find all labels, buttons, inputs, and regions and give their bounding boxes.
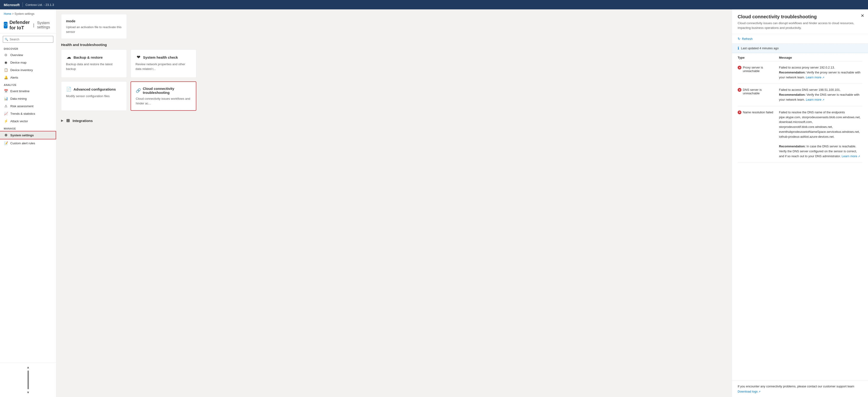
page-title-area: 🛡 Defender for IoT | System settings (0, 19, 56, 34)
breadcrumb-sep: > (12, 12, 14, 15)
sidebar-item-label-data-mining: Data mining (10, 97, 27, 100)
card-backup-restore[interactable]: ☁ Backup & restore Backup data and resto… (61, 49, 127, 78)
integrations-section: ▶ ⊞ Integrations (61, 115, 727, 126)
brand-name: Microsoft (4, 3, 20, 7)
cards-grid: ☁ Backup & restore Backup data and resto… (61, 49, 727, 111)
table-header: Type Message (738, 53, 862, 62)
data-mining-icon: 📊 (4, 96, 8, 101)
card-title-backup-restore: ☁ Backup & restore (66, 55, 122, 60)
table-row: ✕ DNS server is unreachable Failed to ac… (738, 84, 862, 106)
right-panel: Cloud connectivity troubleshooting Cloud… (732, 9, 868, 397)
panel-footer: If you encounter any connectivity proble… (732, 381, 868, 397)
sidebar-item-custom-alert-rules[interactable]: 📝 Custom alert rules (0, 139, 56, 147)
alerts-icon: 🔔 (4, 75, 8, 79)
topbar-divider (23, 2, 23, 7)
cloud-connectivity-icon: 🔗 (136, 88, 141, 93)
sidebar-header: Home > System settings (0, 9, 56, 19)
sidebar-item-system-settings[interactable]: ⚙ System settings (0, 131, 56, 139)
card-desc-backup-restore: Backup data and restore the latest backu… (66, 62, 122, 71)
table-row: ✕ Proxy server is unreachable Failed to … (738, 62, 862, 84)
table-row: ✕ Name resolution failed Failed to resol… (738, 106, 862, 163)
org-name: Contoso Ltd. - 23.1.3 (26, 3, 54, 7)
card-system-health[interactable]: ❤ System health check Review network pro… (131, 49, 196, 78)
recommendation-bold-dns: Recommendation: (779, 93, 806, 96)
sidebar-item-alerts[interactable]: 🔔 Alerts (0, 74, 56, 81)
download-logs-link[interactable]: Download logs (738, 390, 761, 393)
integrations-label: Integrations (72, 119, 93, 123)
search-input[interactable] (3, 36, 53, 43)
message-cell-proxy: Failed to access proxy server 192.0.2.13… (779, 65, 862, 80)
device-map-icon: ◉ (4, 60, 8, 65)
card-desc-cloud-connectivity: Cloud connectivity issues workflows and … (136, 96, 191, 106)
integrations-header[interactable]: ▶ ⊞ Integrations (61, 115, 727, 126)
sidebar-item-overview[interactable]: ⊙ Overview (0, 51, 56, 59)
breadcrumb: Home > System settings (4, 12, 52, 15)
card-advanced-configurations[interactable]: 📄 Advanced configurations Modify sensor … (61, 81, 127, 111)
footer-text: If you encounter any connectivity proble… (738, 385, 862, 388)
sidebar-item-event-timeline[interactable]: 📅 Event timeline (0, 87, 56, 95)
col-header-type: Type (738, 56, 775, 59)
search-box[interactable]: 🔍 (3, 36, 53, 43)
sidebar: Home > System settings 🛡 Defender for Io… (0, 9, 56, 397)
page-subtitle: System settings (37, 21, 52, 29)
panel-title: Cloud connectivity troubleshooting (738, 14, 862, 20)
sidebar-item-label-device-inventory: Device inventory (10, 68, 33, 72)
learn-more-name-resolution[interactable]: Learn more (842, 154, 860, 158)
integrations-icon: ⊞ (65, 118, 71, 124)
type-cell-proxy: ✕ Proxy server is unreachable (738, 65, 775, 80)
mode-card[interactable]: mode Upload an activation file to reacti… (61, 14, 127, 39)
scroll-up-button[interactable]: ▲ (0, 365, 56, 370)
section-label-analyze: Analyze (0, 81, 56, 87)
learn-more-dns[interactable]: Learn more (806, 98, 824, 101)
health-icon: ❤ (135, 55, 141, 60)
info-icon: ℹ (738, 46, 739, 51)
nav-section-discover: Discover ⊙ Overview ◉ Device map 📋 Devic… (0, 45, 56, 81)
sidebar-item-label-attack-vector: Attack vector (10, 120, 28, 123)
sidebar-item-attack-vector[interactable]: ⚡ Attack vector (0, 117, 56, 125)
type-text-dns: DNS server is unreachable (743, 88, 775, 95)
risk-assessment-icon: ⚠ (4, 104, 8, 108)
refresh-label: Refresh (742, 37, 753, 41)
message-cell-name-resolution: Failed to resolve the DNS name of the en… (779, 110, 862, 159)
learn-more-proxy[interactable]: Learn more (806, 75, 824, 79)
refresh-button[interactable]: ↻ Refresh (738, 37, 753, 41)
sidebar-item-trends-statistics[interactable]: 📈 Trends & statistics (0, 110, 56, 117)
error-icon-dns: ✕ (738, 88, 741, 92)
panel-header: Cloud connectivity troubleshooting Cloud… (732, 9, 868, 34)
error-icon-proxy: ✕ (738, 66, 741, 69)
col-header-message: Message (779, 56, 862, 59)
card-desc-system-health: Review network properties and other data… (135, 62, 191, 71)
card-cloud-connectivity[interactable]: 🔗 Cloud connectivity troubleshooting Clo… (131, 81, 196, 111)
backup-icon: ☁ (66, 55, 72, 60)
device-inventory-icon: 📋 (4, 68, 8, 72)
scroll-down-button[interactable]: ▼ (0, 390, 56, 395)
nav-section-manage: Manage ⚙ System settings 📝 Custom alert … (0, 125, 56, 147)
info-bar: ℹ Last updated 4 minutes ago (732, 44, 868, 53)
sidebar-item-label-system-settings: System settings (10, 133, 34, 137)
sidebar-item-risk-assessment[interactable]: ⚠ Risk assessment (0, 102, 56, 110)
type-text-name-resolution: Name resolution failed (743, 110, 773, 114)
search-icon: 🔍 (5, 38, 8, 41)
error-icon-name-resolution: ✕ (738, 110, 741, 114)
recommendation-bold-name-res: Recommendation: (779, 144, 806, 148)
mode-card-title: mode (66, 19, 122, 23)
nav-section-analyze: Analyze 📅 Event timeline 📊 Data mining ⚠… (0, 81, 56, 125)
sidebar-item-label-trends: Trends & statistics (10, 112, 35, 115)
sidebar-item-device-inventory[interactable]: 📋 Device inventory (0, 66, 56, 74)
type-cell-dns: ✕ DNS server is unreachable (738, 88, 775, 102)
trends-icon: 📈 (4, 111, 8, 116)
overview-icon: ⊙ (4, 53, 8, 57)
refresh-icon: ↻ (738, 37, 741, 41)
message-cell-dns: Failed to access DNS server 198.51.100.1… (779, 88, 862, 102)
recommendation-bold-proxy: Recommendation: (779, 71, 806, 74)
sidebar-item-label-event-timeline: Event timeline (10, 89, 30, 93)
health-section-label: Health and troubleshooting (61, 43, 727, 47)
breadcrumb-home[interactable]: Home (4, 12, 11, 15)
sidebar-item-label-device-map: Device map (10, 61, 27, 64)
section-label-manage: Manage (0, 125, 56, 131)
sidebar-item-device-map[interactable]: ◉ Device map (0, 59, 56, 66)
close-button[interactable]: ✕ (861, 13, 864, 18)
custom-alert-icon: 📝 (4, 141, 8, 145)
panel-content: Type Message ✕ Proxy server is unreachab… (732, 53, 868, 381)
sidebar-item-data-mining[interactable]: 📊 Data mining (0, 95, 56, 102)
